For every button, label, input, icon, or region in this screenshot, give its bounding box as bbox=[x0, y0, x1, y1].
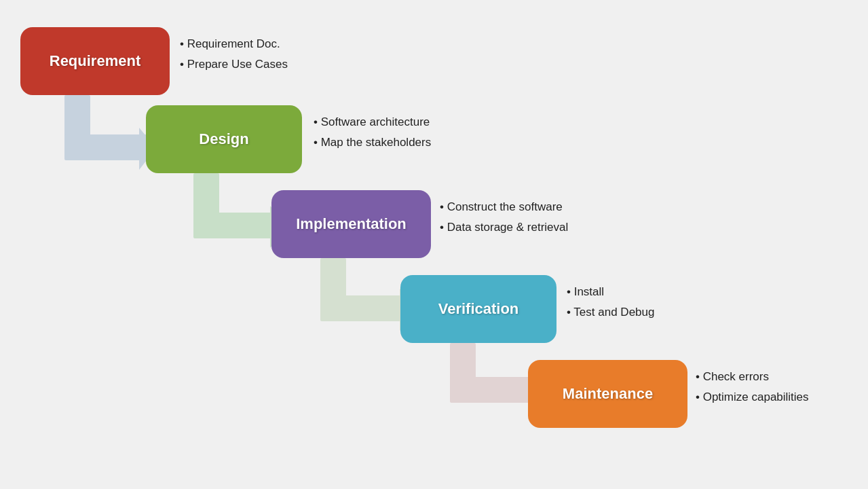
implementation-bullets: • Construct the software• Data storage &… bbox=[440, 197, 568, 238]
maintenance-bullet-item: • Check errors bbox=[696, 367, 809, 387]
design-bullet-item: • Software architecture bbox=[314, 112, 431, 132]
arrow1 bbox=[64, 95, 156, 170]
verification-bullet-item: • Install bbox=[567, 282, 654, 302]
requirement-label: Requirement bbox=[50, 52, 140, 70]
requirement-box: Requirement bbox=[20, 27, 170, 95]
svg-rect-10 bbox=[320, 258, 346, 309]
svg-rect-8 bbox=[193, 213, 282, 238]
verification-bullets: • Install• Test and Debug bbox=[567, 282, 654, 323]
verification-box: Verification bbox=[400, 275, 556, 343]
requirement-bullets: • Requirement Doc.• Prepare Use Cases bbox=[180, 34, 288, 75]
requirement-bullet-item: • Requirement Doc. bbox=[180, 34, 288, 54]
design-label: Design bbox=[199, 130, 248, 148]
design-bullets: • Software architecture• Map the stakeho… bbox=[314, 112, 431, 153]
svg-rect-13 bbox=[450, 343, 476, 392]
svg-rect-4 bbox=[64, 95, 90, 146]
design-bullet-item: • Map the stakeholders bbox=[314, 132, 431, 153]
maintenance-label: Maintenance bbox=[563, 385, 653, 403]
svg-rect-11 bbox=[320, 295, 412, 321]
implementation-label: Implementation bbox=[296, 215, 407, 233]
maintenance-bullet-item: • Optimize capabilities bbox=[696, 387, 809, 408]
verification-label: Verification bbox=[438, 300, 519, 318]
diagram-container: Requirement• Requirement Doc.• Prepare U… bbox=[0, 0, 868, 489]
verification-bullet-item: • Test and Debug bbox=[567, 302, 654, 323]
implementation-box: Implementation bbox=[271, 190, 431, 258]
design-box: Design bbox=[146, 105, 302, 173]
implementation-bullet-item: • Construct the software bbox=[440, 197, 568, 217]
maintenance-bullets: • Check errors• Optimize capabilities bbox=[696, 367, 809, 408]
maintenance-box: Maintenance bbox=[528, 360, 687, 428]
requirement-bullet-item: • Prepare Use Cases bbox=[180, 54, 288, 75]
svg-rect-7 bbox=[193, 173, 219, 224]
implementation-bullet-item: • Data storage & retrieval bbox=[440, 217, 568, 238]
svg-rect-5 bbox=[64, 134, 149, 160]
